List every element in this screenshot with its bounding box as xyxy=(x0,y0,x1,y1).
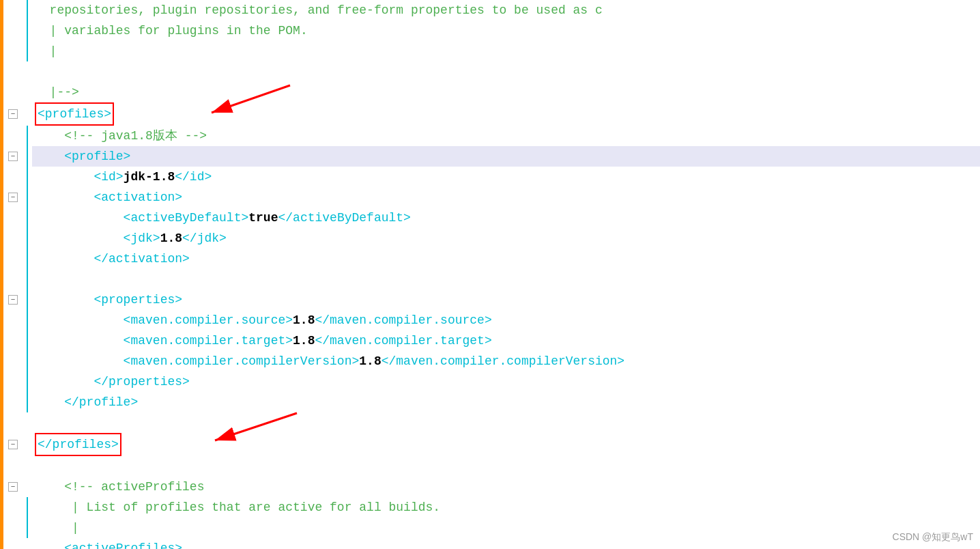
vertical-connector-line xyxy=(27,269,28,290)
connector-area xyxy=(23,518,32,538)
code-token: <properties> xyxy=(35,290,182,310)
fold-area xyxy=(3,538,23,549)
fold-area xyxy=(3,167,23,187)
line-content: | List of profiles that are active for a… xyxy=(32,497,980,518)
editor-container: repositories, plugin repositories, and f… xyxy=(0,0,980,549)
fold-area xyxy=(3,330,23,351)
code-token: | xyxy=(35,518,79,538)
connector-area xyxy=(23,167,32,187)
fold-area xyxy=(3,208,23,228)
main-content: repositories, plugin repositories, and f… xyxy=(3,0,980,549)
connector-area xyxy=(23,371,32,392)
code-line-row: <!-- java1.8版本 --> xyxy=(3,126,980,146)
code-token: <activation> xyxy=(35,187,182,208)
code-token: | variables for plugins in xyxy=(35,20,248,41)
code-token: true xyxy=(248,208,278,228)
code-line-row: </activation> xyxy=(3,249,980,269)
line-content: <activeByDefault>true</activeByDefault> xyxy=(32,208,980,228)
code-token: </profile> xyxy=(35,392,138,412)
fold-button[interactable]: − xyxy=(8,109,18,119)
vertical-connector-line xyxy=(27,330,28,351)
fold-button[interactable]: − xyxy=(8,482,18,492)
code-token: |--> xyxy=(35,82,79,102)
line-content xyxy=(32,61,980,82)
code-token: </id> xyxy=(175,167,212,187)
fold-area xyxy=(3,351,23,371)
fold-area: − xyxy=(3,433,23,456)
code-line-row: <maven.compiler.compilerVersion>1.8</mav… xyxy=(3,351,980,371)
code-line-row: | variables for plugins in the POM. xyxy=(3,20,980,41)
connector-area xyxy=(23,392,32,412)
fold-area: − xyxy=(3,146,23,167)
fold-button[interactable]: − xyxy=(8,295,18,305)
fold-area xyxy=(3,497,23,518)
vertical-connector-line xyxy=(27,208,28,228)
code-lines-wrapper: repositories, plugin repositories, and f… xyxy=(3,0,980,549)
vertical-connector-line xyxy=(27,167,28,187)
code-line-row xyxy=(3,456,980,477)
code-token: <activeProfiles> xyxy=(35,538,182,549)
watermark: CSDN @知更鸟wT xyxy=(893,531,973,544)
line-content: </profiles> xyxy=(32,433,980,456)
code-line-row xyxy=(3,61,980,82)
fold-area: − xyxy=(3,187,23,208)
code-token: <jdk> xyxy=(35,228,160,249)
connector-area xyxy=(23,82,32,102)
vertical-connector-line xyxy=(27,126,28,146)
fold-area xyxy=(3,518,23,538)
code-line-row: − <!-- activeProfiles xyxy=(3,477,980,497)
connector-area xyxy=(23,61,32,82)
connector-area xyxy=(23,433,32,456)
vertical-connector-line xyxy=(27,497,28,518)
line-content: <activeProfiles> xyxy=(32,538,980,549)
code-line-row: <maven.compiler.source>1.8</maven.compil… xyxy=(3,310,980,330)
line-content: | xyxy=(32,41,980,61)
code-token: the xyxy=(248,20,270,41)
line-content xyxy=(32,456,980,477)
fold-area: − xyxy=(3,102,23,126)
connector-area xyxy=(23,126,32,146)
code-line-row: </properties> xyxy=(3,371,980,392)
code-line-row: <jdk>1.8</jdk> xyxy=(3,228,980,249)
line-content: <maven.compiler.compilerVersion>1.8</mav… xyxy=(32,351,980,371)
vertical-connector-line xyxy=(27,20,28,41)
fold-area xyxy=(3,456,23,477)
code-token: 1.8 xyxy=(359,351,381,371)
connector-area xyxy=(23,20,32,41)
code-token: </maven.compiler.source> xyxy=(315,310,491,330)
fold-area xyxy=(3,20,23,41)
code-line-row: <activeByDefault>true</activeByDefault> xyxy=(3,208,980,228)
code-token: free-form properties to be used as c xyxy=(330,0,603,20)
line-content: | variables for plugins in the POM. xyxy=(32,20,980,41)
code-line-row: <id>jdk-1.8</id> xyxy=(3,167,980,187)
vertical-connector-line xyxy=(27,146,28,167)
vertical-connector-line xyxy=(27,0,28,20)
fold-button[interactable]: − xyxy=(8,440,18,449)
connector-area xyxy=(23,102,32,126)
line-content xyxy=(32,412,980,433)
code-line-row: | List of profiles that are active for a… xyxy=(3,497,980,518)
code-token: </properties> xyxy=(35,371,190,392)
code-token: <profile> xyxy=(35,146,130,167)
fold-area xyxy=(3,82,23,102)
connector-area xyxy=(23,330,32,351)
code-token: 1.8 xyxy=(293,330,315,351)
line-content: <properties> xyxy=(32,290,980,310)
connector-area xyxy=(23,538,32,549)
code-token: 1.8 xyxy=(293,310,315,330)
line-content: <maven.compiler.target>1.8</maven.compil… xyxy=(32,330,980,351)
connector-area xyxy=(23,41,32,61)
code-token: <profiles> xyxy=(35,102,114,126)
fold-button[interactable]: − xyxy=(8,193,18,202)
fold-area xyxy=(3,228,23,249)
fold-area xyxy=(3,41,23,61)
vertical-connector-line xyxy=(27,371,28,392)
line-content: <id>jdk-1.8</id> xyxy=(32,167,980,187)
vertical-connector-line xyxy=(27,518,28,538)
vertical-connector-line xyxy=(27,351,28,371)
code-token: | xyxy=(35,41,57,61)
connector-area xyxy=(23,208,32,228)
fold-button[interactable]: − xyxy=(8,152,18,161)
connector-area xyxy=(23,456,32,477)
line-content: </properties> xyxy=(32,371,980,392)
